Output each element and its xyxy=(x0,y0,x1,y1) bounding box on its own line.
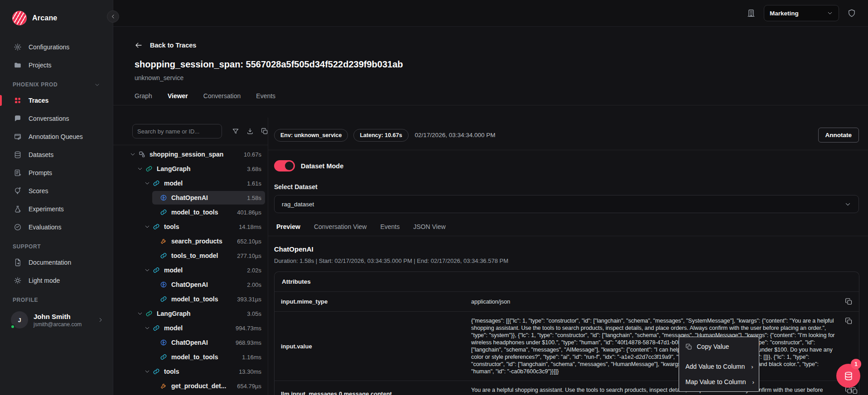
tree-row[interactable]: tools_to_model277.10µs xyxy=(113,248,268,263)
link-icon xyxy=(160,209,167,216)
link-icon xyxy=(160,295,167,303)
context-menu-item-map-value-to-column[interactable]: Map Value to Column› xyxy=(679,374,759,390)
arrow-left-icon[interactable] xyxy=(135,41,143,49)
sidebar-item-prompts[interactable]: Prompts xyxy=(0,164,113,182)
tree-row[interactable]: model2.02s xyxy=(113,263,268,277)
tree-row[interactable]: LangGraph3.68s xyxy=(113,162,268,176)
detail-tab-json-view[interactable]: JSON View xyxy=(413,223,445,230)
sidebar-item-projects[interactable]: Projects xyxy=(0,56,113,74)
sidebar-item-annotation-queues[interactable]: Annotation Queues xyxy=(0,128,113,146)
workspace-select[interactable]: Marketing xyxy=(764,5,839,21)
span-name: model_to_tools xyxy=(171,295,218,303)
tree-row[interactable]: ChatOpenAI2.00s xyxy=(113,277,268,292)
tree-row[interactable]: model994.73ms xyxy=(113,321,268,335)
span-name: model xyxy=(164,267,183,274)
tree-row[interactable]: model_to_tools1.16ms xyxy=(113,350,268,364)
sidebar-item-evaluations[interactable]: Evaluations xyxy=(0,218,113,236)
sidebar-item-traces[interactable]: Traces xyxy=(0,91,113,109)
tab-viewer[interactable]: Viewer xyxy=(168,92,188,100)
shield-icon[interactable] xyxy=(847,9,856,18)
tree-row[interactable]: ChatOpenAI968.93ms xyxy=(113,335,268,350)
link-icon xyxy=(153,223,160,230)
sidebar-item-light-mode[interactable]: Light mode xyxy=(0,271,113,290)
prompt-icon xyxy=(14,169,22,177)
annotate-button[interactable]: Annotate xyxy=(818,128,859,143)
search-input[interactable] xyxy=(132,124,222,138)
tab-graph[interactable]: Graph xyxy=(135,92,152,100)
span-duration: 968.93ms xyxy=(236,339,261,346)
tree-row[interactable]: get_product_det...654.79µs xyxy=(113,379,268,393)
chevron-down-icon[interactable] xyxy=(130,151,136,157)
copy-icon[interactable] xyxy=(845,317,853,325)
tree-row[interactable]: ChatOpenAI1.58s xyxy=(113,190,268,205)
chevron-down-icon xyxy=(151,209,158,215)
sidebar-section-support: SUPPORT xyxy=(0,236,113,253)
chevron-left-icon xyxy=(110,14,116,19)
context-menu-item-add-value-to-column[interactable]: Add Value to Column› xyxy=(679,359,759,374)
tree-row[interactable]: model1.61s xyxy=(113,176,268,190)
link-icon xyxy=(153,267,160,274)
chevron-down-icon xyxy=(151,195,158,201)
profile-row[interactable]: J John Smith jsmith@arcane.com xyxy=(0,307,113,338)
detail-tab-events[interactable]: Events xyxy=(380,223,400,230)
chevron-down-icon[interactable] xyxy=(94,82,100,88)
span-name: LangGraph xyxy=(157,165,191,172)
detail-tab-conversation-view[interactable]: Conversation View xyxy=(314,223,366,230)
span-duration: 3.68s xyxy=(247,166,261,172)
sidebar-item-experiments[interactable]: Experiments xyxy=(0,200,113,218)
tree-row[interactable]: tools14.18ms xyxy=(113,219,268,234)
attributes-card: Attributes input.mime_typeapplication/js… xyxy=(274,271,859,395)
tree-row[interactable]: model_to_tools401.86µs xyxy=(113,205,268,219)
sidebar-collapse-button[interactable] xyxy=(107,10,119,23)
tree-row[interactable]: shopping_session_span10.67s xyxy=(113,147,268,162)
copy-icon[interactable] xyxy=(261,128,268,135)
detail-tab-preview[interactable]: Preview xyxy=(276,223,300,230)
annotation-icon xyxy=(14,133,22,141)
page-title: shopping_session_span: 5567028a5f505d34f… xyxy=(113,49,868,70)
span-duration: 393.31µs xyxy=(237,296,261,303)
span-duration: 277.10µs xyxy=(237,252,261,259)
sidebar-item-scores[interactable]: Scores xyxy=(0,182,113,200)
chevron-down-icon[interactable] xyxy=(137,310,143,317)
chevron-down-icon[interactable] xyxy=(137,166,143,172)
link-icon xyxy=(160,252,167,259)
sidebar-section-project[interactable]: PHOENIX PROD xyxy=(0,74,113,91)
span-name: get_product_det... xyxy=(171,382,226,390)
tab-events[interactable]: Events xyxy=(256,92,275,100)
chevron-down-icon[interactable] xyxy=(144,224,150,230)
arcane-logo-icon xyxy=(12,11,27,25)
online-status-dot xyxy=(10,324,15,329)
tab-conversation[interactable]: Conversation xyxy=(203,92,241,100)
dataset-select[interactable]: rag_dataset xyxy=(274,195,859,213)
chevron-down-icon[interactable] xyxy=(144,180,150,186)
copy-icon[interactable] xyxy=(850,387,858,395)
sidebar-nav: ConfigurationsProjects PHOENIX PROD Trac… xyxy=(0,34,113,395)
download-icon[interactable] xyxy=(246,128,254,135)
chevron-down-icon[interactable] xyxy=(144,325,150,331)
tree-row[interactable]: model_to_tools393.31µs xyxy=(113,292,268,306)
sidebar-item-configurations[interactable]: Configurations xyxy=(0,38,113,56)
tree-row[interactable]: tools13.30ms xyxy=(113,364,268,379)
chevron-down-icon[interactable] xyxy=(144,267,150,273)
span-name: ChatOpenAI xyxy=(171,194,208,201)
traces-grid-icon xyxy=(14,96,22,105)
tree-row[interactable]: search_products652.10µs xyxy=(113,234,268,248)
chevron-down-icon[interactable] xyxy=(144,368,150,375)
chevron-down-icon xyxy=(151,238,158,244)
detail-tabs: PreviewConversation ViewEventsJSON View xyxy=(268,213,868,236)
building-icon[interactable] xyxy=(747,9,756,18)
span-duration: 14.18ms xyxy=(239,224,261,230)
dataset-mode-toggle[interactable] xyxy=(274,160,295,171)
sidebar-item-datasets[interactable]: Datasets xyxy=(0,146,113,164)
span-name: tools xyxy=(164,223,179,230)
filter-icon[interactable] xyxy=(232,128,239,135)
sidebar-item-documentation[interactable]: Documentation xyxy=(0,253,113,271)
copy-icon[interactable] xyxy=(845,298,853,305)
context-menu: Copy ValueAdd Value to Column›Map Value … xyxy=(679,337,759,392)
span-name: model_to_tools xyxy=(171,209,218,216)
back-to-traces[interactable]: Back to Traces xyxy=(113,27,868,49)
tree-row[interactable]: LangGraph3.05s xyxy=(113,306,268,321)
context-menu-item-copy-value[interactable]: Copy Value xyxy=(679,339,759,354)
detail-header: Env: unknown_service Latency: 10.67s 02/… xyxy=(268,118,868,150)
sidebar-item-conversations[interactable]: Conversations xyxy=(0,109,113,128)
